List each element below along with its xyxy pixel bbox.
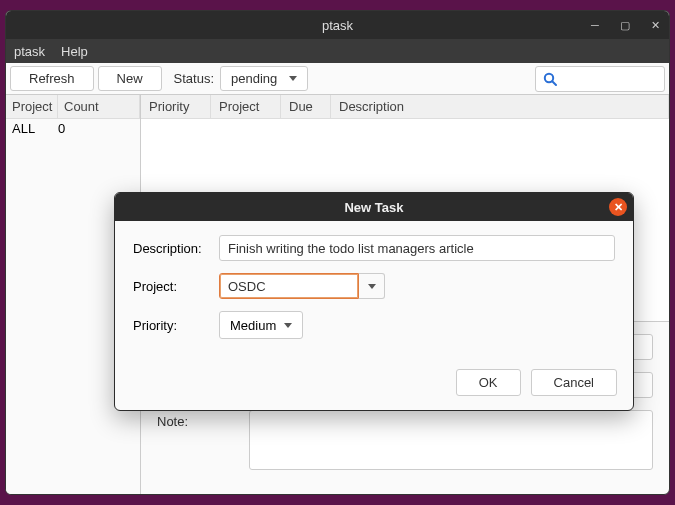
chevron-down-icon — [368, 284, 376, 289]
project-label: Project: — [133, 279, 211, 294]
new-task-dialog: New Task ✕ Description: Project: Pri — [114, 192, 634, 411]
priority-value: Medium — [230, 318, 276, 333]
dialog-title: New Task — [344, 200, 403, 215]
cancel-button[interactable]: Cancel — [531, 369, 617, 396]
chevron-down-icon — [284, 323, 292, 328]
close-icon: ✕ — [614, 201, 623, 214]
description-input[interactable] — [219, 235, 615, 261]
description-label: Description: — [133, 241, 211, 256]
modal-overlay: New Task ✕ Description: Project: Pri — [0, 0, 675, 505]
project-dropdown-button[interactable] — [359, 273, 385, 299]
project-input[interactable] — [219, 273, 359, 299]
priority-select[interactable]: Medium — [219, 311, 303, 339]
dialog-close-button[interactable]: ✕ — [609, 198, 627, 216]
ok-button[interactable]: OK — [456, 369, 521, 396]
priority-label: Priority: — [133, 318, 211, 333]
dialog-titlebar: New Task ✕ — [115, 193, 633, 221]
dialog-body: Description: Project: Priority: Medium — [115, 221, 633, 363]
dialog-actions: OK Cancel — [115, 363, 633, 410]
